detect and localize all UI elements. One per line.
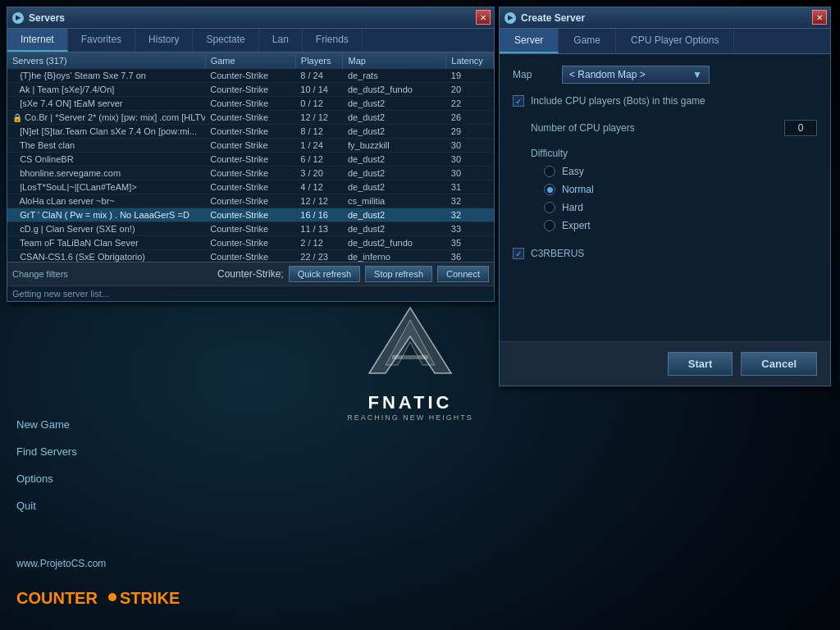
map-label: Map: [513, 69, 562, 80]
col-map[interactable]: Map: [343, 52, 446, 69]
server-name: GrT ' ClaN ( Pw = mix ) . No LaaaGerS =D: [7, 208, 205, 222]
tab-spectate[interactable]: Spectate: [193, 29, 258, 52]
col-name[interactable]: Servers (317): [7, 52, 205, 69]
c3r-checkbox[interactable]: ✓: [513, 248, 524, 259]
server-game: Counter-Strike: [205, 153, 295, 167]
server-latency: 30: [446, 153, 494, 167]
server-players: 12 / 12: [295, 111, 343, 125]
server-name: CSAN-CS1.6 (SxE Obrigatorio): [7, 250, 205, 262]
tab-game[interactable]: Game: [559, 29, 616, 53]
menu-find-servers[interactable]: Find Servers: [16, 445, 77, 458]
server-players: 10 / 14: [295, 83, 343, 97]
tab-history[interactable]: History: [135, 29, 193, 52]
create-server-icon: ▶: [504, 12, 516, 24]
servers-titlebar: ▶ Servers ✕: [7, 7, 494, 29]
connect-button[interactable]: Connect: [437, 266, 489, 282]
num-cpu-value[interactable]: 0: [784, 120, 817, 136]
col-latency[interactable]: Latency: [446, 52, 494, 69]
server-players: 12 / 12: [295, 194, 343, 208]
diff-expert[interactable]: Expert: [544, 220, 817, 231]
tab-cpu-player-options[interactable]: CPU Player Options: [616, 29, 734, 53]
table-row[interactable]: {T}he {B}oys' Steam Sxe 7.7 on Counter-S…: [7, 69, 494, 83]
svg-point-4: [108, 593, 116, 601]
difficulty-options: Easy Normal Hard Expert: [513, 166, 817, 231]
table-row[interactable]: |LosT*SouL|~|[CLan#TeAM]> Counter-Strike…: [7, 180, 494, 194]
stop-refresh-button[interactable]: Stop refresh: [365, 266, 432, 282]
server-map: cs_militia: [343, 194, 446, 208]
diff-easy[interactable]: Easy: [544, 166, 817, 177]
table-row[interactable]: [sXe 7.4 ON] tEaM server Counter-Strike …: [7, 97, 494, 111]
server-game: Counter-Strike: [205, 111, 295, 125]
create-server-close-button[interactable]: ✕: [812, 10, 827, 25]
server-game: Counter-Strike: [205, 97, 295, 111]
table-row[interactable]: The Best clan Counter Strike 1 / 24 fy_b…: [7, 139, 494, 153]
server-name: bhonline.servegame.com: [7, 167, 205, 180]
table-row[interactable]: Team oF TaLiBaN Clan Sever Counter-Strik…: [7, 236, 494, 250]
col-players[interactable]: Players: [295, 52, 343, 69]
table-row[interactable]: bhonline.servegame.com Counter-Strike 3 …: [7, 167, 494, 180]
fnatic-subtitle: REACHING NEW HEIGHTS: [345, 413, 476, 422]
server-map: de_dust2: [343, 222, 446, 236]
quick-refresh-button[interactable]: Quick refresh: [289, 266, 360, 282]
server-players: 16 / 16: [295, 208, 343, 222]
filter-label[interactable]: Change filters: [12, 269, 209, 279]
svg-text:COUNTER: COUNTER: [16, 589, 98, 607]
server-game: Counter-Strike: [205, 236, 295, 250]
server-latency: 26: [446, 111, 494, 125]
server-latency: 29: [446, 125, 494, 139]
server-name: [sXe 7.4 ON] tEaM server: [7, 97, 205, 111]
server-latency: 30: [446, 139, 494, 153]
diff-normal[interactable]: Normal: [544, 184, 817, 195]
include-cpu-label: Include CPU players (Bots) in this game: [531, 95, 705, 107]
diff-expert-radio[interactable]: [544, 220, 555, 231]
tab-favorites[interactable]: Favorites: [68, 29, 135, 52]
cs-logo: COUNTER STRIKE: [16, 582, 197, 616]
table-row[interactable]: cD.g | Clan Server (SXE on!) Counter-Str…: [7, 222, 494, 236]
server-name: Ak | Team [sXe]/7.4/On]: [7, 83, 205, 97]
server-players: 3 / 20: [295, 167, 343, 180]
server-game: Counter-Strike: [205, 250, 295, 262]
menu-options[interactable]: Options: [16, 472, 77, 485]
table-row[interactable]: [N]et [S]tar.Team Clan sXe 7.4 On [pow:m…: [7, 125, 494, 139]
include-cpu-checkbox[interactable]: ✓: [513, 95, 524, 107]
tab-internet[interactable]: Internet: [7, 29, 68, 52]
tab-server[interactable]: Server: [500, 29, 559, 53]
table-row[interactable]: CSAN-CS1.6 (SxE Obrigatorio) Counter-Str…: [7, 250, 494, 262]
servers-window-icon: ▶: [12, 12, 24, 24]
tab-lan[interactable]: Lan: [259, 29, 303, 52]
server-map: de_dust2_fundo: [343, 83, 446, 97]
server-name: 🔒 Co.Br | *Server 2* (mix) [pw: mix] .co…: [7, 111, 205, 125]
server-players: 4 / 12: [295, 180, 343, 194]
servers-close-button[interactable]: ✕: [476, 10, 491, 25]
cancel-button[interactable]: Cancel: [741, 352, 817, 376]
start-button[interactable]: Start: [668, 352, 733, 376]
server-players: 0 / 12: [295, 97, 343, 111]
server-map: de_dust2: [343, 125, 446, 139]
server-latency: 20: [446, 83, 494, 97]
table-row[interactable]: CS OnlineBR Counter-Strike 6 / 12 de_dus…: [7, 153, 494, 167]
table-row[interactable]: GrT ' ClaN ( Pw = mix ) . No LaaaGerS =D…: [7, 208, 494, 222]
server-game: Counter Strike: [205, 139, 295, 153]
table-row[interactable]: 🔒 Co.Br | *Server 2* (mix) [pw: mix] .co…: [7, 111, 494, 125]
create-server-footer: Start Cancel: [500, 341, 830, 386]
table-row[interactable]: Ak | Team [sXe]/7.4/On] Counter-Strike 1…: [7, 83, 494, 97]
c3r-label: C3RBERUS: [531, 248, 584, 259]
server-latency: 33: [446, 222, 494, 236]
server-latency: 32: [446, 194, 494, 208]
col-game[interactable]: Game: [205, 52, 295, 69]
diff-hard[interactable]: Hard: [544, 202, 817, 213]
difficulty-label: Difficulty: [513, 148, 817, 159]
server-latency: 31: [446, 180, 494, 194]
server-name: AloHa cLan server ~br~: [7, 194, 205, 208]
menu-quit[interactable]: Quit: [16, 500, 77, 512]
tab-friends[interactable]: Friends: [303, 29, 363, 52]
website-link[interactable]: www.ProjetoCS.com: [16, 558, 106, 569]
map-select[interactable]: < Random Map > ▼: [562, 66, 710, 84]
servers-bottom-bar: Change filters Counter-Strike; Quick ref…: [7, 262, 494, 285]
diff-hard-radio[interactable]: [544, 202, 555, 213]
menu-new-game[interactable]: New Game: [16, 418, 77, 431]
diff-easy-radio[interactable]: [544, 166, 555, 177]
table-row[interactable]: AloHa cLan server ~br~ Counter-Strike 12…: [7, 194, 494, 208]
diff-normal-radio[interactable]: [544, 184, 555, 195]
map-dropdown-arrow: ▼: [692, 69, 702, 80]
